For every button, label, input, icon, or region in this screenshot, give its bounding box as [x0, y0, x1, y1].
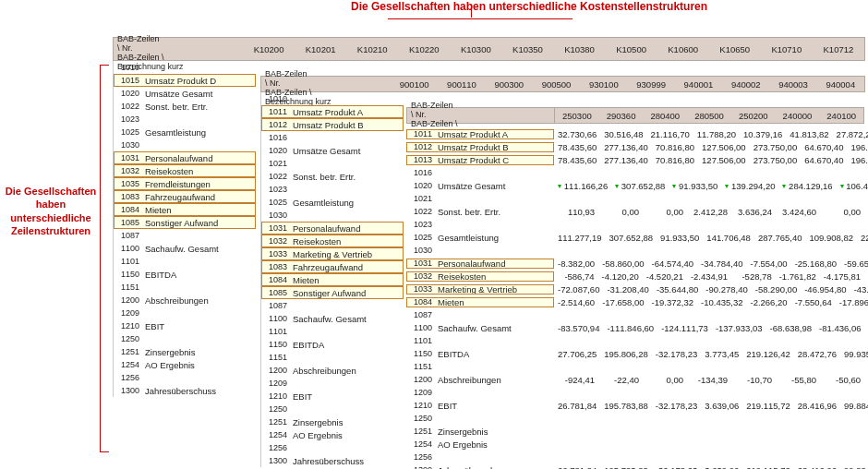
column-header: 900300	[486, 78, 533, 91]
row-nr: 1250	[406, 414, 436, 423]
cell-value: 11.788,20	[693, 129, 740, 139]
table-row: 1022Sonst. betr. Ertr.	[261, 170, 404, 183]
table-row: 1030	[406, 244, 866, 257]
row-label: Umsatz Produkt C	[436, 155, 554, 165]
column-header: K10712	[813, 42, 864, 56]
table-row: 1250	[114, 332, 256, 345]
row-nr: 1256	[406, 452, 436, 462]
cell-value: 219.126,42	[742, 349, 794, 359]
row-nr: 1087	[406, 310, 436, 319]
table-row: 1016	[406, 166, 866, 179]
row-label	[436, 452, 554, 462]
pane-3: BAB-Zeilen \ Nr. BAB-Zeilen \ Bezeichnun…	[406, 107, 866, 469]
cell-value: -17.658,00	[598, 297, 647, 307]
table-row: 1030	[261, 209, 404, 222]
row-nr: 1023	[114, 114, 143, 124]
row-label: Mieten	[436, 297, 554, 307]
header-col1: BAB-Zeilen \ Nr.	[265, 69, 307, 88]
table-row: 1016	[261, 131, 404, 144]
row-nr: 1209	[406, 388, 436, 397]
row-label: Umsatz Produkt A	[436, 129, 554, 139]
cell-value: 99.884,75	[840, 401, 868, 411]
row-label: Jahresüberschuss	[436, 465, 554, 470]
table-row: 1251Zinsergebnis	[114, 345, 256, 358]
row-nr: 1030	[261, 210, 291, 220]
row-label	[436, 362, 554, 371]
column-header: 940001	[675, 78, 722, 91]
row-label: Umsatz Produkt D	[143, 76, 256, 86]
row-label: Umsatz Produkt B	[291, 120, 404, 130]
table-row: 1083Fahrzeugaufwand	[261, 260, 404, 273]
table-row: 1013Umsatz Produkt C78.435,60277.136,407…	[406, 153, 866, 166]
row-nr: 1031	[406, 259, 436, 269]
cell-value: ▾ 284.129,16	[778, 181, 836, 191]
pane3-header-labels: BAB-Zeilen \ Nr. BAB-Zeilen \ Bezeichnun…	[406, 107, 554, 124]
cell-value: 273.750,00	[750, 155, 802, 165]
row-nr: 1151	[406, 362, 436, 371]
table-row: 1256	[114, 371, 256, 384]
cell-value: 3.636,24	[731, 207, 776, 217]
table-row: 1030	[114, 138, 256, 151]
cell-value: -90.278,40	[702, 284, 751, 295]
table-row: 1025Gesamtleistung111.277,19307.652,8891…	[406, 231, 866, 244]
row-label: EBITDA	[436, 349, 554, 359]
table-row: 1020Umsätze Gesamt	[261, 144, 404, 157]
table-row: 1150EBITDA	[261, 338, 404, 351]
cell-value: 219.115,72	[742, 401, 794, 411]
row-nr: 1300	[114, 386, 143, 395]
row-nr: 1035	[114, 179, 143, 188]
table-row: 1251Zinsergebnis	[261, 415, 404, 428]
cell-value: ▾ 307.652,88	[611, 181, 669, 191]
cell-value: -10,70	[731, 375, 776, 385]
table-row: 1251Zinsergebnis	[406, 425, 866, 438]
cell-value: -43.095,60	[850, 284, 868, 295]
cell-value: 64.670,40	[801, 155, 847, 165]
row-nr: 1012	[406, 142, 436, 152]
table-row: 1032Reisekosten-586,74-4.120,20-4.520,21…	[406, 270, 866, 283]
table-row: 1032Reisekosten	[114, 164, 256, 177]
row-label: Umsätze Gesamt	[436, 181, 554, 191]
cell-value: -72.087,60	[554, 284, 603, 295]
row-label: AO Ergebnis	[436, 439, 554, 450]
row-label: Jahresüberschuss	[143, 386, 256, 396]
pane1-body: 10101015Umsatz Produkt D1020Umsätze Gesa…	[113, 61, 256, 397]
cell-value: -4.120,20	[598, 271, 643, 282]
header-col1: BAB-Zeilen \ Nr.	[411, 101, 453, 119]
cell-value: 141.706,48	[703, 233, 754, 243]
table-row: 1011Umsatz Produkt A	[261, 105, 404, 118]
cell-value: 224.757,48	[857, 233, 868, 243]
row-nr: 1020	[406, 181, 436, 191]
row-nr: 1300	[261, 456, 291, 465]
cell-value: ▾ 106.484,22	[837, 181, 868, 191]
pane3-body: 1011Umsatz Produkt A32.730,6630.516,4821…	[406, 127, 866, 469]
row-nr: 1151	[114, 283, 143, 292]
cell-value: -924,41	[554, 375, 598, 385]
table-row: 1150EBITDA	[114, 268, 256, 281]
cell-value: -4.175,81	[820, 271, 864, 282]
table-row: 1012Umsatz Produkt B	[261, 118, 404, 131]
annotation-left: Die Gesellschaften haben unterschiedlich…	[0, 185, 102, 237]
row-nr: 1032	[406, 271, 436, 282]
table-row: 1209	[114, 307, 256, 319]
row-nr: 1012	[261, 120, 291, 129]
row-nr: 1101	[114, 257, 143, 266]
cell-value: -58.860,00	[598, 259, 647, 269]
row-label: Zinsergebnis	[143, 347, 256, 357]
cell-value: -32.178,23	[652, 401, 701, 411]
row-label: Gesamtleistung	[291, 198, 404, 208]
table-row: 1084Mieten-2.514,60-17.658,00-19.372,32-…	[406, 295, 866, 308]
row-nr: 1250	[261, 404, 291, 414]
table-row: 1022Sonst. betr. Ertr.	[114, 100, 256, 113]
table-row: 1084Mieten	[114, 203, 256, 216]
cell-value: 196.885,20	[847, 142, 868, 152]
column-header: K10350	[501, 42, 553, 56]
row-nr: 1033	[406, 284, 436, 295]
table-row: 1254AO Ergebnis	[261, 428, 404, 441]
cell-value: -22,40	[598, 375, 643, 385]
column-header: 240000	[776, 111, 820, 121]
row-label: Sonst. betr. Ertr.	[436, 207, 554, 217]
cell-value: 3.424,60	[776, 207, 820, 217]
row-nr: 1151	[261, 353, 291, 362]
row-label: EBIT	[436, 401, 554, 411]
row-label: Zinsergebnis	[436, 427, 554, 437]
